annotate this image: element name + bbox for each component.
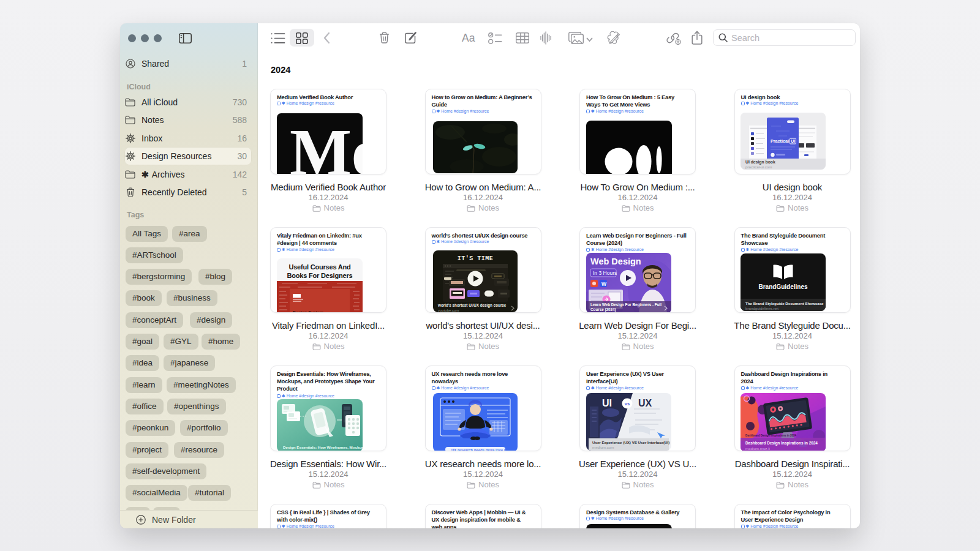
svg-text:Design System: Design System bbox=[293, 310, 323, 313]
svg-text:Web Design: Web Design bbox=[590, 257, 641, 266]
svg-text:UX research needs more love no: UX research needs more love nowadays bbox=[451, 448, 518, 452]
svg-text:Dashboard Design Inspirations: Dashboard Design Inspirations in 2024 bbox=[745, 434, 797, 437]
svg-text:In 3 Hours: In 3 Hours bbox=[593, 270, 617, 276]
svg-text:vs: vs bbox=[625, 401, 630, 407]
svg-text:UI: UI bbox=[791, 139, 795, 143]
svg-text:Dashboard Design Inspirations: Dashboard Design Inspirations in 2024 bbox=[745, 441, 818, 446]
svg-text:and Prototypes Shape Your Prod: and Prototypes Shape Your Product bbox=[283, 450, 348, 452]
svg-text:BrandGuidelines: BrandGuidelines bbox=[758, 283, 807, 290]
svg-text:medium.muz.li: medium.muz.li bbox=[745, 446, 770, 451]
svg-text:Course (2024): Course (2024) bbox=[590, 307, 616, 312]
svg-text:IT'S TIME: IT'S TIME bbox=[457, 255, 493, 262]
svg-text:UX: UX bbox=[638, 398, 652, 408]
svg-text:UI: UI bbox=[602, 398, 612, 408]
svg-text:Practical: Practical bbox=[771, 138, 789, 144]
svg-text:medium.com: medium.com bbox=[592, 445, 614, 449]
svg-text:brandguidelines.net: brandguidelines.net bbox=[745, 306, 778, 310]
svg-text:UI design book: UI design book bbox=[745, 160, 775, 165]
svg-text:User Experience (UX) VS User I: User Experience (UX) VS User Interface(U… bbox=[592, 440, 669, 444]
svg-text:youtube.com: youtube.com bbox=[438, 309, 459, 312]
svg-text:W: W bbox=[601, 281, 607, 287]
svg-text:world's shortest UI/UX design: world's shortest UI/UX design course bbox=[437, 303, 507, 308]
svg-text:The Brand Styleguide Document: The Brand Styleguide Document Showcase bbox=[745, 301, 824, 305]
svg-text:Design Essentials: How Wirefra: Design Essentials: How Wireframes, Mocku… bbox=[283, 445, 363, 449]
svg-text:practical-ui.com: practical-ui.com bbox=[745, 165, 772, 169]
